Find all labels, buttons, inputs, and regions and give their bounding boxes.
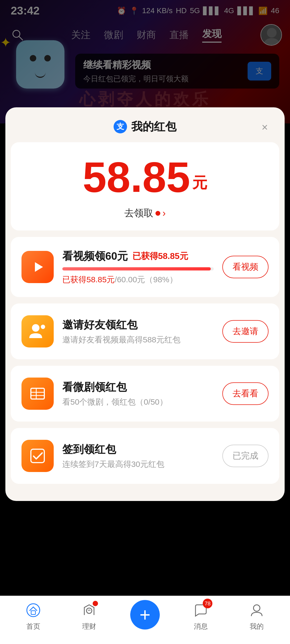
task-video-title: 看视频领60元 已获得58.85元 <box>62 249 214 264</box>
svg-rect-16 <box>31 611 35 614</box>
invite-friend-button[interactable]: 去邀请 <box>222 320 269 343</box>
task-video-earned: 已获得58.85元 <box>132 250 188 262</box>
task-micro-title: 看微剧领红包 <box>62 380 214 394</box>
task-invite-info: 邀请好友领红包 邀请好友看视频最高得588元红包 <box>62 317 214 345</box>
hongbao-modal: 支 我的红包 × 58.85 元 去领取 › 看视频领60元 <box>5 107 285 501</box>
add-icon[interactable]: + <box>130 600 160 630</box>
task-video-desc: 已获得58.85元/60.00元（98%） <box>62 274 214 285</box>
svg-rect-10 <box>31 388 44 399</box>
task-invite-desc: 邀请好友看视频最高得588元红包 <box>62 334 214 345</box>
bottom-nav-message[interactable]: 78 消息 <box>179 601 222 631</box>
message-icon: 78 <box>191 601 210 620</box>
task-micro-info: 看微剧领红包 看50个微剧，领红包（0/50） <box>62 380 214 408</box>
task-watch-video-item: 看视频领60元 已获得58.85元 已获得58.85元/60.00元（98%） … <box>21 249 269 285</box>
watch-video-button[interactable]: 看视频 <box>222 256 269 278</box>
alipay-icon: 支 <box>114 120 127 133</box>
task-micro-title-text: 看微剧领红包 <box>62 380 127 394</box>
task-checkin-info: 签到领红包 连续签到7天最高得30元红包 <box>62 442 214 470</box>
modal-close-button[interactable]: × <box>257 119 273 135</box>
task-checkin-card: 签到领红包 连续签到7天最高得30元红包 已完成 <box>11 428 279 484</box>
task-checkin-item: 签到领红包 连续签到7天最高得30元红包 已完成 <box>21 440 269 472</box>
bottom-nav-add[interactable]: + <box>124 600 166 632</box>
bottom-nav-finance-label: 理财 <box>82 622 96 631</box>
bottom-nav-profile-label: 我的 <box>250 622 264 631</box>
task-video-title-text: 看视频领60元 <box>62 249 128 264</box>
task-video-progress-bar <box>62 267 214 270</box>
bottom-nav-profile[interactable]: 我的 <box>235 601 278 631</box>
task-checkin-desc: 连续签到7天最高得30元红包 <box>62 459 214 470</box>
checkin-completed-button: 已完成 <box>222 445 269 467</box>
amount-number: 58.85 <box>83 156 190 199</box>
task-micro-drama-card: 看微剧领红包 看50个微剧，领红包（0/50） 去看看 <box>11 366 279 422</box>
task-invite-icon <box>21 315 54 347</box>
task-checkin-title: 签到领红包 <box>62 442 214 457</box>
task-invite-card: 邀请好友领红包 邀请好友看视频最高得588元红包 去邀请 <box>11 303 279 359</box>
bottom-nav-home[interactable]: 首页 <box>12 601 55 631</box>
task-invite-title: 邀请好友领红包 <box>62 317 214 332</box>
task-checkin-icon <box>21 440 54 472</box>
collect-dot <box>155 211 160 216</box>
finance-icon <box>80 601 99 620</box>
bottom-nav-message-label: 消息 <box>194 622 208 631</box>
task-micro-drama-item: 看微剧领红包 看50个微剧，领红包（0/50） 去看看 <box>21 378 269 410</box>
task-watch-video-card: 看视频领60元 已获得58.85元 已获得58.85元/60.00元（98%） … <box>11 237 279 297</box>
svg-point-6 <box>32 324 39 332</box>
svg-point-17 <box>86 608 92 613</box>
svg-marker-5 <box>35 262 43 272</box>
reward-amount: 58.85 元 <box>21 156 269 199</box>
modal-title-text: 我的红包 <box>131 119 176 134</box>
amount-unit: 元 <box>192 173 207 193</box>
modal-header: 支 我的红包 × <box>5 107 285 142</box>
task-video-icon <box>21 251 54 283</box>
collect-button[interactable]: 去领取 › <box>124 207 166 220</box>
task-checkin-title-text: 签到领红包 <box>62 442 116 457</box>
svg-rect-14 <box>31 449 44 463</box>
task-invite-item: 邀请好友领红包 邀请好友看视频最高得588元红包 去邀请 <box>21 315 269 347</box>
bottom-nav-finance[interactable]: 理财 <box>68 601 111 631</box>
task-video-progress-label: 已获得 <box>62 275 86 284</box>
message-badge: 78 <box>203 599 212 608</box>
modal-title: 支 我的红包 <box>114 119 176 134</box>
bottom-navigation: 首页 理财 + 78 消息 <box>0 596 290 644</box>
task-video-info: 看视频领60元 已获得58.85元 已获得58.85元/60.00元（98%） <box>62 249 214 285</box>
task-invite-title-text: 邀请好友领红包 <box>62 317 137 332</box>
bottom-nav-home-label: 首页 <box>26 622 40 631</box>
profile-icon <box>247 601 266 620</box>
reward-card: 58.85 元 去领取 › <box>11 142 279 230</box>
collect-label: 去领取 <box>124 207 153 220</box>
task-micro-desc: 看50个微剧，领红包（0/50） <box>62 397 214 408</box>
task-micro-icon <box>21 378 54 410</box>
watch-micro-button[interactable]: 去看看 <box>222 382 269 405</box>
home-icon <box>24 601 43 620</box>
alipay-label: 支 <box>117 122 124 132</box>
collect-arrow-icon: › <box>162 208 166 219</box>
svg-point-18 <box>253 605 260 611</box>
finance-badge-dot <box>93 601 98 606</box>
task-video-progress-fill <box>62 267 211 270</box>
